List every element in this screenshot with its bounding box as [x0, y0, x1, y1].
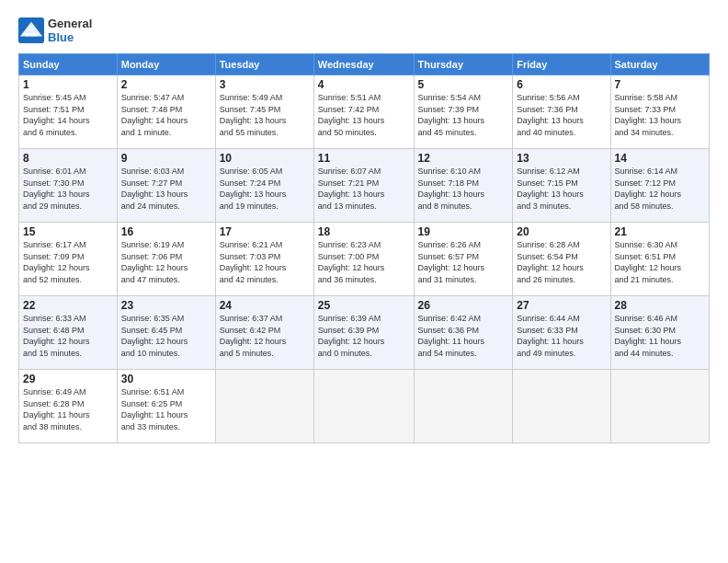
day-number: 13 [517, 152, 606, 165]
day-info: Sunrise: 6:35 AM Sunset: 6:45 PM Dayligh… [121, 313, 211, 359]
table-row: 11 Sunrise: 6:07 AM Sunset: 7:21 PM Dayl… [313, 149, 414, 223]
table-row [610, 370, 709, 443]
table-row: 24 Sunrise: 6:37 AM Sunset: 6:42 PM Dayl… [215, 296, 313, 370]
day-number: 14 [615, 152, 705, 165]
day-info: Sunrise: 6:42 AM Sunset: 6:36 PM Dayligh… [418, 313, 509, 359]
table-row: 17 Sunrise: 6:21 AM Sunset: 7:03 PM Dayl… [215, 223, 313, 296]
day-info: Sunrise: 5:49 AM Sunset: 7:45 PM Dayligh… [220, 92, 310, 138]
table-row: 26 Sunrise: 6:42 AM Sunset: 6:36 PM Dayl… [414, 296, 513, 370]
day-number: 7 [615, 78, 705, 91]
table-row [513, 370, 610, 443]
day-number: 23 [121, 299, 211, 312]
table-row: 28 Sunrise: 6:46 AM Sunset: 6:30 PM Dayl… [610, 296, 709, 370]
table-row: 16 Sunrise: 6:19 AM Sunset: 7:06 PM Dayl… [117, 223, 215, 296]
day-info: Sunrise: 5:56 AM Sunset: 7:36 PM Dayligh… [517, 92, 606, 138]
col-thursday: Thursday [414, 54, 513, 75]
day-info: Sunrise: 5:45 AM Sunset: 7:51 PM Dayligh… [23, 92, 113, 138]
table-row: 27 Sunrise: 6:44 AM Sunset: 6:33 PM Dayl… [513, 296, 610, 370]
day-number: 22 [23, 299, 113, 312]
day-info: Sunrise: 6:01 AM Sunset: 7:30 PM Dayligh… [23, 166, 113, 212]
header: General Blue [18, 17, 710, 44]
calendar-header-row: Sunday Monday Tuesday Wednesday Thursday… [19, 54, 710, 75]
day-info: Sunrise: 6:17 AM Sunset: 7:09 PM Dayligh… [23, 239, 113, 285]
day-number: 2 [121, 78, 211, 91]
logo-general: General [48, 17, 92, 30]
day-number: 24 [220, 299, 310, 312]
page: General Blue Sunday Monday Tuesday Wedne… [0, 0, 728, 563]
col-tuesday: Tuesday [215, 54, 313, 75]
table-row: 10 Sunrise: 6:05 AM Sunset: 7:24 PM Dayl… [215, 149, 313, 223]
day-info: Sunrise: 6:21 AM Sunset: 7:03 PM Dayligh… [220, 239, 310, 285]
day-number: 11 [318, 152, 410, 165]
day-number: 4 [318, 78, 410, 91]
col-wednesday: Wednesday [313, 54, 414, 75]
table-row: 22 Sunrise: 6:33 AM Sunset: 6:48 PM Dayl… [19, 296, 118, 370]
day-number: 12 [418, 152, 509, 165]
table-row [215, 370, 313, 443]
day-info: Sunrise: 5:47 AM Sunset: 7:48 PM Dayligh… [121, 92, 211, 138]
table-row: 29 Sunrise: 6:49 AM Sunset: 6:28 PM Dayl… [19, 370, 118, 443]
day-info: Sunrise: 6:49 AM Sunset: 6:28 PM Dayligh… [23, 386, 113, 432]
col-saturday: Saturday [610, 54, 709, 75]
table-row: 3 Sunrise: 5:49 AM Sunset: 7:45 PM Dayli… [215, 75, 313, 149]
day-number: 6 [517, 78, 606, 91]
table-row: 14 Sunrise: 6:14 AM Sunset: 7:12 PM Dayl… [610, 149, 709, 223]
day-number: 16 [121, 225, 211, 238]
day-info: Sunrise: 6:44 AM Sunset: 6:33 PM Dayligh… [517, 313, 606, 359]
day-info: Sunrise: 6:51 AM Sunset: 6:25 PM Dayligh… [121, 386, 211, 432]
day-number: 25 [318, 299, 410, 312]
day-number: 18 [318, 225, 410, 238]
logo-icon [18, 17, 44, 43]
day-info: Sunrise: 6:12 AM Sunset: 7:15 PM Dayligh… [517, 166, 606, 212]
table-row: 2 Sunrise: 5:47 AM Sunset: 7:48 PM Dayli… [117, 75, 215, 149]
table-row: 19 Sunrise: 6:26 AM Sunset: 6:57 PM Dayl… [414, 223, 513, 296]
table-row: 20 Sunrise: 6:28 AM Sunset: 6:54 PM Dayl… [513, 223, 610, 296]
day-info: Sunrise: 6:07 AM Sunset: 7:21 PM Dayligh… [318, 166, 410, 212]
logo-blue: Blue [48, 30, 92, 44]
logo-text: General Blue [48, 17, 92, 44]
day-info: Sunrise: 5:51 AM Sunset: 7:42 PM Dayligh… [318, 92, 410, 138]
table-row: 18 Sunrise: 6:23 AM Sunset: 7:00 PM Dayl… [313, 223, 414, 296]
col-friday: Friday [513, 54, 610, 75]
day-info: Sunrise: 6:14 AM Sunset: 7:12 PM Dayligh… [615, 166, 705, 212]
day-number: 3 [220, 78, 310, 91]
day-number: 1 [23, 78, 113, 91]
table-row: 12 Sunrise: 6:10 AM Sunset: 7:18 PM Dayl… [414, 149, 513, 223]
day-number: 27 [517, 299, 606, 312]
table-row: 7 Sunrise: 5:58 AM Sunset: 7:33 PM Dayli… [610, 75, 709, 149]
table-row: 4 Sunrise: 5:51 AM Sunset: 7:42 PM Dayli… [313, 75, 414, 149]
day-number: 30 [121, 373, 211, 385]
table-row: 23 Sunrise: 6:35 AM Sunset: 6:45 PM Dayl… [117, 296, 215, 370]
table-row [313, 370, 414, 443]
day-number: 29 [23, 373, 113, 385]
day-number: 19 [418, 225, 509, 238]
table-row: 25 Sunrise: 6:39 AM Sunset: 6:39 PM Dayl… [313, 296, 414, 370]
day-info: Sunrise: 6:23 AM Sunset: 7:00 PM Dayligh… [318, 239, 410, 285]
day-number: 5 [418, 78, 509, 91]
day-info: Sunrise: 6:26 AM Sunset: 6:57 PM Dayligh… [418, 239, 509, 285]
day-number: 9 [121, 152, 211, 165]
day-info: Sunrise: 6:33 AM Sunset: 6:48 PM Dayligh… [23, 313, 113, 359]
table-row: 1 Sunrise: 5:45 AM Sunset: 7:51 PM Dayli… [19, 75, 118, 149]
day-info: Sunrise: 5:58 AM Sunset: 7:33 PM Dayligh… [615, 92, 705, 138]
table-row [414, 370, 513, 443]
day-info: Sunrise: 6:39 AM Sunset: 6:39 PM Dayligh… [318, 313, 410, 359]
day-info: Sunrise: 6:46 AM Sunset: 6:30 PM Dayligh… [615, 313, 705, 359]
day-number: 21 [615, 225, 705, 238]
table-row: 5 Sunrise: 5:54 AM Sunset: 7:39 PM Dayli… [414, 75, 513, 149]
day-info: Sunrise: 6:10 AM Sunset: 7:18 PM Dayligh… [418, 166, 509, 212]
svg-rect-2 [25, 33, 37, 37]
table-row: 30 Sunrise: 6:51 AM Sunset: 6:25 PM Dayl… [117, 370, 215, 443]
day-number: 20 [517, 225, 606, 238]
logo: General Blue [18, 17, 92, 44]
day-number: 15 [23, 225, 113, 238]
table-row: 13 Sunrise: 6:12 AM Sunset: 7:15 PM Dayl… [513, 149, 610, 223]
day-number: 17 [220, 225, 310, 238]
day-info: Sunrise: 6:03 AM Sunset: 7:27 PM Dayligh… [121, 166, 211, 212]
day-info: Sunrise: 5:54 AM Sunset: 7:39 PM Dayligh… [418, 92, 509, 138]
day-info: Sunrise: 6:05 AM Sunset: 7:24 PM Dayligh… [220, 166, 310, 212]
table-row: 15 Sunrise: 6:17 AM Sunset: 7:09 PM Dayl… [19, 223, 118, 296]
col-sunday: Sunday [19, 54, 118, 75]
day-info: Sunrise: 6:37 AM Sunset: 6:42 PM Dayligh… [220, 313, 310, 359]
calendar-table: Sunday Monday Tuesday Wednesday Thursday… [18, 53, 710, 443]
